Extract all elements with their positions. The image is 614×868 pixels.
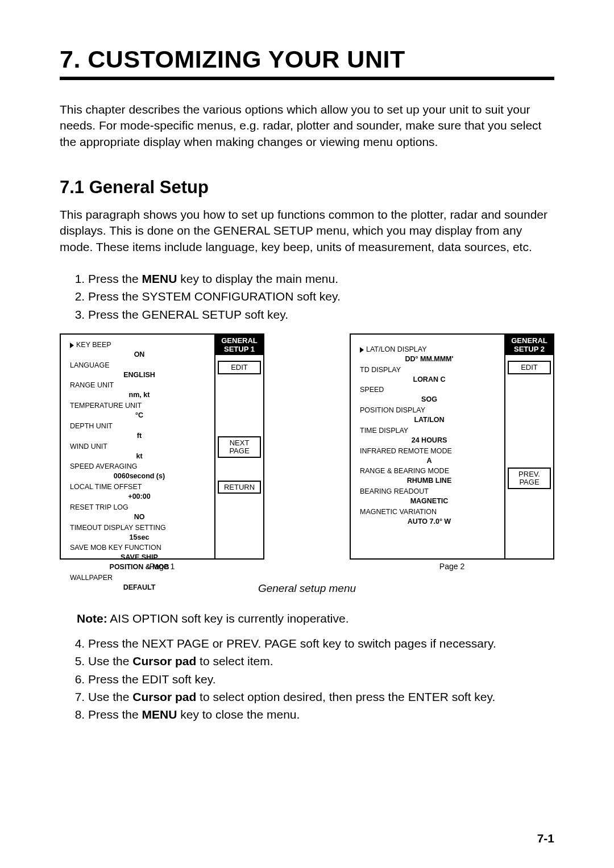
- chapter-intro: This chapter describes the various optio…: [60, 102, 554, 150]
- panel-2-wrap: LAT/LON DISPLAYDD° MM.MMM' TD DISPLAYLOR…: [350, 333, 554, 571]
- panel2-header: GENERAL SETUP 2: [505, 335, 553, 355]
- panel2-softkeys: GENERAL SETUP 2 EDIT PREV. PAGE: [504, 335, 553, 558]
- selection-pointer-icon: [70, 343, 74, 348]
- next-page-softkey[interactable]: NEXT PAGE: [218, 436, 261, 457]
- note: Note: AIS OPTION soft key is currently i…: [77, 612, 554, 625]
- section-title: 7.1 General Setup: [60, 177, 554, 198]
- diagrams-row: KEY BEEPON LANGUAGEENGLISH RANGE UNITnm,…: [60, 333, 554, 571]
- step-4: Press the NEXT PAGE or PREV. PAGE soft k…: [88, 636, 554, 651]
- panel2-list: LAT/LON DISPLAYDD° MM.MMM' TD DISPLAYLOR…: [351, 335, 504, 558]
- general-setup-1-panel: KEY BEEPON LANGUAGEENGLISH RANGE UNITnm,…: [60, 333, 264, 560]
- edit-softkey[interactable]: EDIT: [218, 361, 261, 374]
- step-8: Press the MENU key to close the menu.: [88, 707, 554, 722]
- step-2: Press the SYSTEM CONFIGURATION soft key.: [88, 289, 554, 304]
- general-setup-2-panel: LAT/LON DISPLAYDD° MM.MMM' TD DISPLAYLOR…: [350, 333, 554, 560]
- panel1-header: GENERAL SETUP 1: [215, 335, 263, 355]
- page: 7. CUSTOMIZING YOUR UNIT This chapter de…: [0, 0, 614, 868]
- step-6: Press the EDIT soft key.: [88, 671, 554, 687]
- step-5: Use the Cursor pad to select item.: [88, 653, 554, 669]
- edit-softkey[interactable]: EDIT: [508, 361, 551, 374]
- return-softkey[interactable]: RETURN: [218, 481, 261, 494]
- selection-pointer-icon: [360, 347, 364, 353]
- page-number: 7-1: [537, 832, 554, 845]
- step-1: Press the MENU key to display the main m…: [88, 271, 554, 286]
- steps-list-top: Press the MENU key to display the main m…: [60, 271, 554, 322]
- title-rule: [60, 77, 554, 80]
- step-7: Use the Cursor pad to select option desi…: [88, 689, 554, 704]
- prev-page-softkey[interactable]: PREV. PAGE: [508, 468, 551, 489]
- panel1-softkeys: GENERAL SETUP 1 EDIT NEXT PAGE RETURN: [214, 335, 263, 558]
- chapter-title: 7. CUSTOMIZING YOUR UNIT: [60, 45, 554, 73]
- steps-list-bottom: Press the NEXT PAGE or PREV. PAGE soft k…: [60, 636, 554, 722]
- section-body: This paragraph shows you how to set up f…: [60, 207, 554, 255]
- panel2-caption: Page 2: [350, 562, 554, 571]
- panel-1-wrap: KEY BEEPON LANGUAGEENGLISH RANGE UNITnm,…: [60, 333, 264, 571]
- step-3: Press the GENERAL SETUP soft key.: [88, 307, 554, 322]
- panel1-list: KEY BEEPON LANGUAGEENGLISH RANGE UNITnm,…: [61, 335, 214, 558]
